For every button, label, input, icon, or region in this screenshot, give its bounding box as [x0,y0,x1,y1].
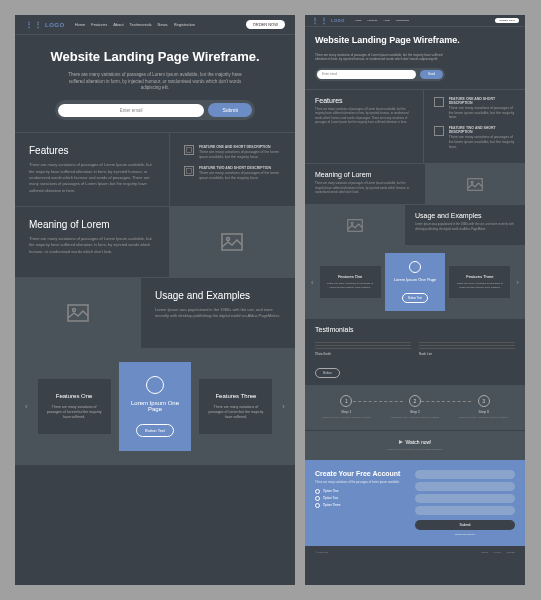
step-item: 1Step 1Lorem are many variations majorit… [315,395,378,420]
testimonial-name: Olivia Smith [315,352,411,356]
order-button[interactable]: ORDER NOW [495,18,519,23]
radio-option[interactable]: Option Two [315,496,415,501]
feature-item: FEATURE ONE AND SHORT DESCRIPTIONThere a… [434,97,515,121]
image-placeholder [305,205,405,245]
hero-subtitle: There are many variations of passages of… [65,72,245,92]
step-number: 2 [409,395,421,407]
form-field[interactable] [415,482,515,491]
order-button[interactable]: ORDER NOW [246,20,285,29]
chevron-left-icon[interactable]: ‹ [309,278,316,287]
preview-large: ⋮⋮LOGO Home Features About Testimonials … [15,15,295,585]
signup-heading: Create Your Free Account [315,470,415,478]
step-title: Step 1 [315,410,378,414]
footer-link[interactable]: Contact [506,551,515,554]
nav-link[interactable]: Registration [174,22,195,27]
step-body: Lorem are many variations majority suffe… [384,416,447,420]
form-field[interactable] [415,470,515,479]
send-button[interactable]: Send [420,70,443,79]
svg-point-7 [471,181,473,183]
card-button[interactable]: Button Text [402,293,428,303]
step-item: 2Step 2Lorem are many variations majorit… [384,395,447,420]
testimonial-item: Noah Lee [419,340,515,356]
usage-heading: Usage and Examples [155,290,281,301]
testimonials-section: Testimonials Olivia Smith Noah Lee Butto… [305,319,525,385]
search-bar: Enter email Submit [55,100,255,120]
form-field[interactable] [415,494,515,503]
nav-link[interactable]: Registration [396,19,409,22]
feature-item-title: FEATURE TWO AND SHORT DESCRIPTION [199,166,281,170]
feature-item: FEATURE TWO AND SHORT DESCRIPTIONThere a… [184,166,281,181]
hero-title: Website Landing Page Wireframe. [315,35,515,47]
chevron-right-icon[interactable]: › [514,278,521,287]
card-title: Lorem Ipsum One Page [127,400,184,412]
usage-section: Usage and Examples Lorem Ipsum was popul… [15,277,295,348]
footer-link[interactable]: Terms [481,551,488,554]
logo[interactable]: ⋮⋮LOGO [311,18,345,23]
step-title: Step 3 [452,410,515,414]
feature-item-body: There are many variations of passages of… [449,106,515,121]
steps-section: 1Step 1Lorem are many variations majorit… [305,385,525,430]
signup-note: Terms and privacy [415,533,515,536]
card-body: There are many variations of passages of… [325,282,376,290]
feature-card[interactable]: Features One There are many variations o… [38,379,111,435]
submit-button[interactable]: Submit [208,103,252,117]
step-number: 3 [478,395,490,407]
card-button[interactable]: Button Text [136,424,174,437]
features-section: Features There are many variations of pa… [305,89,525,163]
card-body: There are many variations of passages of… [454,282,505,290]
usage-body: Lorem Ipsum was popularised in the 1960s… [155,307,281,320]
nav-link[interactable]: News [158,22,168,27]
nav-link[interactable]: About [383,19,390,22]
image-placeholder [425,164,525,204]
navbar: ⋮⋮LOGO Home Features About Testimonials … [15,15,295,35]
feature-card[interactable]: Features Three There are many variations… [199,379,272,435]
nav-link[interactable]: Features [367,19,377,22]
card-title: Features Three [207,393,264,399]
meaning-body: There are many variations of passages of… [315,181,415,194]
radio-option[interactable]: Option Three [315,503,415,508]
email-input[interactable]: Enter email [317,70,416,79]
meaning-heading: Meaning of Lorem [315,171,415,178]
preview-small: ⋮⋮LOGO Home Features About Registration … [305,15,525,585]
square-icon [184,166,194,176]
logo[interactable]: ⋮⋮LOGO [25,22,65,28]
features-body: There are many variations of passages of… [315,107,413,125]
nav-link[interactable]: Home [355,19,362,22]
feature-card-active[interactable]: Lorem Ipsum One Page Button Text [119,362,192,451]
step-title: Step 2 [384,410,447,414]
image-placeholder [15,278,141,348]
testimonials-heading: Testimonials [315,326,515,333]
meaning-section: Meaning of LoremThere are many variation… [305,163,525,204]
square-icon [184,145,194,155]
feature-card[interactable]: Features ThreeThere are many variations … [449,266,510,298]
feature-item-body: There are many variations of passages of… [199,171,281,181]
footer-link[interactable]: Privacy [493,551,501,554]
submit-button[interactable]: Submit [415,520,515,530]
feature-item-body: There are many variations of passages of… [449,135,515,150]
signup-section: Create Your Free Account There are many … [305,460,525,546]
radio-option[interactable]: Option One [315,489,415,494]
hero: Website Landing Page Wireframe. There ar… [15,35,295,132]
testimonials-button[interactable]: Button [315,368,340,378]
feature-card[interactable]: Features OneThere are many variations of… [320,266,381,298]
card-body: There are many variations of passages of… [46,405,103,421]
nav-link[interactable]: Home [75,22,86,27]
chevron-right-icon[interactable]: › [280,402,287,411]
nav-link[interactable]: Features [91,22,107,27]
square-icon [434,97,444,107]
form-field[interactable] [415,506,515,515]
watch-section[interactable]: Watch now! Lorem ipsum variations of the… [305,430,525,460]
svg-rect-1 [187,169,192,174]
feature-item-body: There are many variations of passages of… [199,150,281,160]
cards-carousel: ‹ Features OneThere are many variations … [305,245,525,319]
testimonial-item: Olivia Smith [315,340,411,356]
nav-link[interactable]: Testimonials [130,22,152,27]
step-item: 3Step 3Lorem are many variations majorit… [452,395,515,420]
feature-card-active[interactable]: Lorem Ipsum One PageButton Text [385,253,446,311]
step-number: 1 [340,395,352,407]
footer-copyright: © Copyright [315,551,328,554]
nav-link[interactable]: About [113,22,123,27]
chevron-left-icon[interactable]: ‹ [23,402,30,411]
email-input[interactable]: Enter email [58,104,204,117]
nav-menu: Home Features About Testimonials News Re… [75,22,195,27]
